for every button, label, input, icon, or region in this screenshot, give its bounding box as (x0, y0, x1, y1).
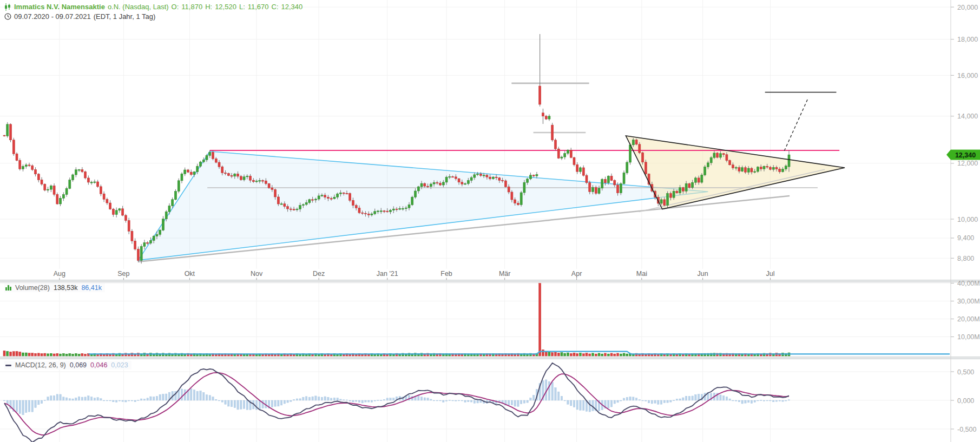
date-range: 09.07.2020 - 09.07.2021 (14, 12, 91, 21)
low-label: L: (239, 3, 245, 11)
svg-text:9,400: 9,400 (957, 234, 974, 242)
svg-text:12,340: 12,340 (955, 151, 976, 159)
svg-text:Apr: Apr (571, 270, 582, 278)
close-label: C: (272, 3, 279, 11)
high-value: 12,520 (215, 3, 236, 11)
macd-signal-value: 0,046 (90, 361, 107, 369)
instrument-suffix: o.N. (Nasdaq, Last) (108, 3, 169, 11)
instrument-header: Immatics N.V. Namensaktie o.N. (Nasdaq, … (4, 3, 302, 11)
svg-text:Nov: Nov (251, 270, 263, 278)
gridlines (0, 0, 951, 442)
svg-text:Jan '21: Jan '21 (377, 270, 398, 278)
clock-icon (4, 13, 11, 20)
svg-text:-0,500: -0,500 (957, 426, 976, 433)
svg-text:Sep: Sep (117, 270, 129, 278)
svg-text:12,000: 12,000 (957, 160, 978, 167)
svg-text:20,00M: 20,00M (957, 315, 980, 323)
volume-series (3, 283, 950, 357)
volume-current-value: 138,53k (54, 284, 77, 292)
svg-text:18,000: 18,000 (957, 36, 978, 43)
svg-text:30,00M: 30,00M (957, 298, 980, 305)
macd-value: 0,069 (70, 361, 87, 369)
svg-text:16,000: 16,000 (957, 72, 978, 80)
svg-text:0,500: 0,500 (957, 368, 974, 376)
volume-title: Volume(28) (15, 284, 50, 292)
price-axis[interactable]: 20,00018,00016,00014,00012,00010,0009,40… (951, 4, 980, 433)
svg-text:10,000: 10,000 (957, 216, 978, 223)
session-info: (EDT, 1 Jahr, 1 Tag) (94, 12, 156, 21)
open-value: 11,870 (181, 3, 202, 11)
pane-separators (0, 0, 980, 442)
svg-text:Jul: Jul (766, 270, 774, 278)
svg-text:8,800: 8,800 (957, 255, 974, 262)
chart-application: 20,00018,00016,00014,00012,00010,0009,40… (0, 0, 980, 442)
svg-text:Aug: Aug (54, 270, 65, 278)
instrument-name: Immatics N.V. Namensaktie (14, 3, 105, 11)
pattern-annotations-under (138, 83, 845, 262)
price-chart-canvas[interactable]: 20,00018,00016,00014,00012,00010,0009,40… (0, 0, 980, 442)
volume-average-value: 86,41k (81, 284, 102, 292)
svg-text:Feb: Feb (440, 270, 452, 278)
macd-series (3, 363, 790, 442)
time-axis[interactable]: AugSepOktNovDezJan '21FebMärAprMaiJunJul (54, 270, 775, 280)
svg-text:10,00M: 10,00M (957, 333, 980, 341)
date-range-header: 09.07.2020 - 09.07.2021 (EDT, 1 Jahr, 1 … (4, 12, 155, 21)
macd-histogram-value: 0,023 (111, 361, 128, 369)
close-value: 12,340 (281, 3, 303, 11)
low-value: 11,670 (248, 3, 269, 11)
svg-text:Mär: Mär (499, 270, 511, 278)
high-label: H: (205, 3, 212, 11)
macd-line-icon (5, 365, 11, 366)
macd-title: MACD(12, 26, 9) (15, 361, 66, 369)
macd-legend[interactable]: MACD(12, 26, 9) 0,069 0,046 0,023 (4, 361, 131, 370)
svg-text:Mai: Mai (636, 270, 647, 278)
svg-text:Jun: Jun (698, 270, 708, 278)
svg-text:40,00M: 40,00M (957, 280, 980, 287)
svg-text:0,000: 0,000 (957, 397, 974, 405)
open-label: O: (172, 3, 179, 11)
svg-text:Okt: Okt (185, 270, 195, 278)
svg-text:14,000: 14,000 (957, 113, 978, 120)
candlestick-icon (4, 3, 11, 11)
svg-text:Dez: Dez (313, 270, 325, 278)
volume-bars-icon (5, 285, 11, 291)
last-price-tag: 12,340 (946, 150, 980, 160)
svg-text:20,000: 20,000 (957, 4, 978, 11)
volume-legend[interactable]: Volume(28) 138,53k 86,41k (4, 283, 105, 292)
